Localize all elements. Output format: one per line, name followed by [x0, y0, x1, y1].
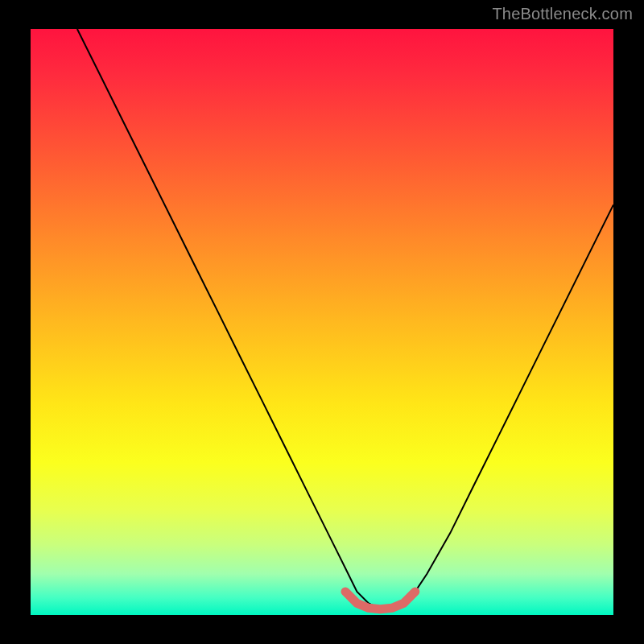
optimal-band-highlight — [345, 592, 415, 609]
bottleneck-curve — [77, 29, 613, 609]
watermark-text: TheBottleneck.com — [492, 5, 633, 23]
chart-svg — [31, 29, 613, 615]
chart-frame: TheBottleneck.com — [0, 0, 644, 644]
plot-area — [31, 29, 613, 615]
